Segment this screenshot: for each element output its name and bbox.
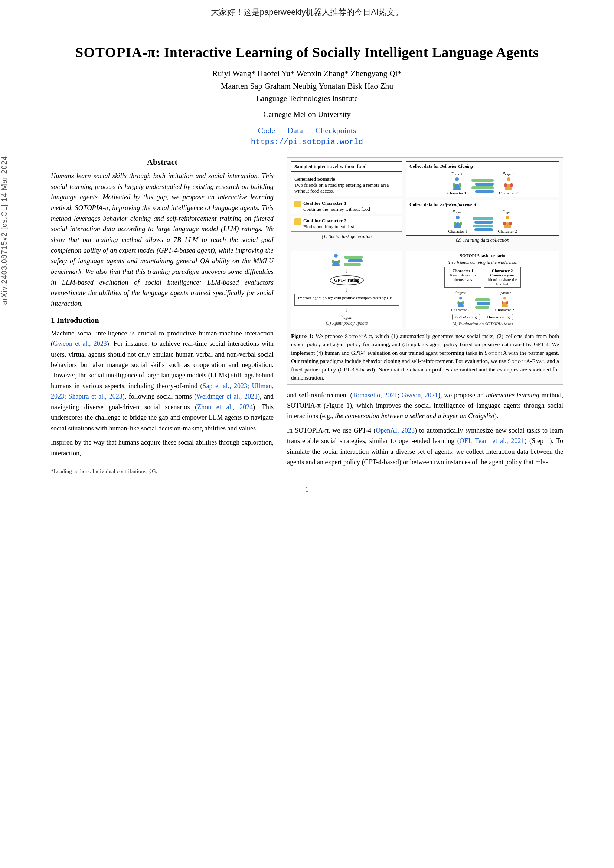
- bubble-b2: [475, 190, 494, 193]
- svg-point-18: [503, 296, 506, 299]
- svg-rect-7: [454, 222, 456, 225]
- authors-line1: Ruiyi Wang* Haofei Yu* Wenxin Zhang* Zhe…: [51, 69, 563, 78]
- figure-top-row: Sampled topic: travel without food Gener…: [291, 161, 559, 243]
- ref-shapira2023[interactable]: Shapira et al., 2023: [68, 393, 122, 400]
- sr-person1-icon: [453, 215, 463, 228]
- arrow-down-1: ↓: [345, 268, 348, 274]
- ref-openai2023[interactable]: OpenAI, 2023: [376, 427, 415, 434]
- step2-label: (2) Training data collection: [406, 237, 559, 243]
- bc-pi-expert-2: πexpert: [503, 170, 513, 176]
- ref-tomasello2021[interactable]: Tomasello, 2021: [353, 392, 398, 399]
- pi-agent-label: πagent: [341, 313, 353, 319]
- generated-scenario-label: Generated Scenario: [295, 176, 399, 182]
- abstract-text: Humans learn social skills through both …: [51, 171, 274, 309]
- sr-title: Collect data for Self-Reinforcement: [409, 202, 556, 208]
- bc-agent2: πexpert Character 2: [499, 170, 518, 195]
- link-checkpoints[interactable]: Checkpoints: [315, 126, 356, 135]
- url-text[interactable]: https://pi.sotopia.world: [251, 138, 363, 146]
- ref-sap2023[interactable]: Sap et al., 2023: [202, 382, 247, 390]
- step3-label: (3) Agent policy update: [326, 321, 368, 326]
- bc-box: Collect data for Behavior Cloning πexper…: [406, 161, 559, 197]
- ref-gweon2021[interactable]: Gweon, 2021: [402, 392, 438, 399]
- svg-rect-10: [503, 222, 505, 225]
- sampled-topic-label: Sampled topic:: [295, 164, 325, 169]
- right-col-para2: In SOTOPIA-π, we use GPT-4 (OpenAI, 2023…: [287, 425, 563, 468]
- figure-caption-bold: Figure 1:: [291, 333, 314, 339]
- left-column: Abstract Humans learn social skills thro…: [51, 157, 274, 474]
- right-column: Sampled topic: travel without food Gener…: [287, 157, 563, 474]
- sr-pi-agent-2: πagent: [502, 209, 512, 214]
- svg-rect-8: [460, 222, 462, 225]
- bc-person1-icon: [452, 177, 462, 190]
- ref-zhou2024[interactable]: Zhou et al., 2024: [197, 403, 253, 411]
- sr-person2-icon: [502, 215, 513, 228]
- figure-data-collection: Collect data for Behavior Cloning πexper…: [406, 161, 559, 243]
- link-code[interactable]: Code: [258, 126, 275, 135]
- svg-rect-2: [459, 183, 461, 187]
- step4-label: (4) Evaluation on SOTOPIA tasks: [409, 321, 556, 327]
- sr-box: Collect data for Self-Reinforcement πage…: [406, 200, 559, 236]
- svg-rect-16: [457, 301, 459, 304]
- figure-caption-text: We propose SotopiA-π, which (1) automati…: [291, 333, 559, 381]
- eval-char2-box: Character 2 Convince your friend to shar…: [484, 267, 521, 288]
- eval-char1-text: Keep blanket to themselves: [447, 273, 479, 282]
- eval-pi-agent: πagent: [456, 289, 465, 294]
- pi-agent-row: πagent: [341, 313, 353, 319]
- generated-scenario-text: Two friends on a road trip entering a re…: [295, 182, 399, 194]
- bubble-b3: [474, 221, 493, 224]
- bc-char1-label: Character 1: [447, 191, 466, 195]
- eval-bubble1: [475, 298, 490, 301]
- sr-char2-label: Character 2: [498, 229, 517, 233]
- sotopia-scenario-text: Two friends camping in the wilderness: [409, 260, 556, 265]
- pu-person-icon: [331, 253, 341, 267]
- authors-line2-text: Maarten Sap Graham Neubig Yonatan Bisk H…: [221, 81, 393, 91]
- section1-title: 1 Introduction: [51, 316, 274, 325]
- institution2-text: Carnegie Mellon University: [263, 110, 351, 119]
- bubble-t2: [473, 225, 493, 228]
- link-data[interactable]: Data: [287, 126, 303, 135]
- bubble-b1: [475, 183, 494, 186]
- page-number: 1: [51, 486, 563, 494]
- goal-icon-2: [295, 218, 301, 225]
- figure-bottom-row: ↓ GPT-4 rating ↓ Improve agent policy wi…: [291, 251, 559, 329]
- goal-char1-text: Continue the journey without food: [303, 206, 370, 212]
- bc-agent1: πexpert Character 1: [447, 170, 466, 195]
- sr-agent-row: πagent Character 1: [409, 209, 556, 233]
- figure1: Sampled topic: travel without food Gener…: [287, 157, 563, 385]
- title-dash: -: [143, 45, 147, 60]
- title-sotopia: SOTOPIA: [75, 45, 143, 60]
- footnote-text: *Leading authors. Individual contributio…: [51, 468, 157, 474]
- abstract-title: Abstract: [51, 157, 274, 167]
- gpt4-rating-badge: GPT-4 rating: [452, 313, 480, 320]
- banner-text: 大家好！这是paperweekly机器人推荐的今日AI热文。: [211, 8, 403, 17]
- arrow-down-2: ↓: [345, 287, 348, 293]
- sampled-topic-value: travel without food: [327, 164, 366, 169]
- sr-agent1: πagent Character 1: [448, 209, 467, 233]
- footnote: *Leading authors. Individual contributio…: [51, 466, 274, 474]
- bc-agent-row: πexpert Character 1: [409, 170, 556, 195]
- svg-point-0: [455, 177, 459, 181]
- rating-row: GPT-4 rating Human rating: [409, 313, 556, 320]
- ref-oel2021[interactable]: OEL Team et al., 2021: [460, 437, 524, 445]
- sr-char1-label: Character 1: [448, 229, 467, 233]
- pu-bubble2: [348, 259, 363, 262]
- ref-weidinger2021[interactable]: Weidinger et al., 2021: [196, 393, 257, 400]
- goal-char2-text: Find something to eat first: [303, 224, 354, 230]
- sotopia-task-title: SOTOPIA task scenario: [409, 253, 556, 259]
- bc-char2-label: Character 2: [499, 191, 518, 195]
- svg-rect-1: [453, 183, 455, 187]
- two-column-layout: Abstract Humans learn social skills thro…: [51, 157, 563, 474]
- sr-pi-agent-1: πagent: [453, 209, 462, 214]
- svg-rect-5: [510, 183, 513, 187]
- authors-line2: Maarten Sap Graham Neubig Yonatan Bisk H…: [51, 81, 563, 91]
- eval-person1-icon: [457, 296, 465, 307]
- ref-gweon2023[interactable]: Gweon et al., 2023: [53, 340, 107, 347]
- bc-person2-icon: [503, 177, 514, 190]
- bc-title: Collect data for Behavior Cloning: [409, 164, 556, 169]
- svg-rect-19: [501, 301, 503, 304]
- improve-box: Improve agent policy with positive examp…: [295, 294, 399, 306]
- bubble-g2: [471, 186, 494, 189]
- eval-char2-name: Character 2: [495, 308, 514, 312]
- right-col-para1: and self-reinforcement (Tomasello, 2021;…: [287, 390, 563, 422]
- sampled-topic-box: Sampled topic: travel without food: [291, 161, 402, 172]
